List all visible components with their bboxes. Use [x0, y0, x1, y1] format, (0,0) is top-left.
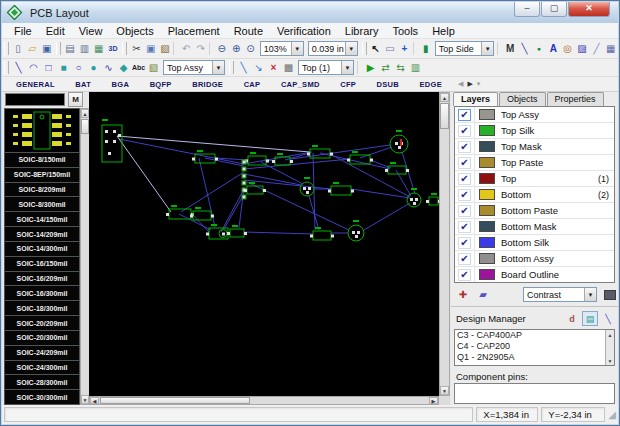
print-preview-icon[interactable]: ▥ [77, 41, 91, 57]
library-pattern-item[interactable]: SOIC-14/209mil [4, 226, 80, 242]
layer-visibility-checkbox[interactable]: ✔ [458, 237, 471, 249]
menu-file[interactable]: File [7, 25, 39, 37]
design-component-item[interactable]: C4 - CAP200 [455, 341, 614, 352]
minimize-button[interactable]: – [514, 2, 540, 17]
draw-text-icon[interactable]: Abc [131, 60, 146, 76]
scroll-right-icon[interactable]: ▶ [429, 397, 438, 404]
zoom-out-icon[interactable]: ⊖ [215, 41, 229, 57]
pattern-search-input[interactable] [5, 93, 65, 106]
place-via-icon[interactable]: ● [532, 41, 546, 57]
pattern-tab-dsub[interactable]: DSUB [377, 80, 399, 89]
scroll-up-icon[interactable]: ▲ [81, 109, 89, 118]
scrollbar-thumb[interactable] [81, 119, 89, 134]
layer-visibility-checkbox[interactable]: ✔ [458, 125, 471, 137]
layer-row[interactable]: ✔Top Paste [455, 155, 614, 171]
view-3d-icon[interactable]: 3D [106, 41, 120, 57]
copy-icon[interactable]: ▣ [144, 41, 158, 57]
pattern-tab-cap_smd[interactable]: CAP_SMD [281, 80, 320, 89]
scroll-down-icon[interactable]: ▼ [606, 356, 614, 365]
measure-icon[interactable]: ▭ [383, 41, 397, 57]
dropdown-arrow-icon[interactable]: ▼ [584, 288, 596, 301]
component-pins-list[interactable] [454, 383, 615, 404]
edit-layer-button[interactable]: ▰ [475, 287, 491, 302]
design-component-item[interactable]: C3 - CAP400AP [455, 330, 614, 341]
place-image-icon[interactable]: ▧ [146, 60, 161, 76]
layer-row[interactable]: ✔Bottom Paste [455, 203, 614, 219]
route-layer-select[interactable]: Top (1)▼ [298, 60, 354, 75]
pattern-tab-bat[interactable]: BAT [75, 80, 91, 89]
menu-placement[interactable]: Placement [161, 25, 227, 37]
add-layer-button[interactable]: ✚ [455, 287, 471, 302]
canvas-vertical-scrollbar[interactable]: ▲ ▼ [439, 92, 450, 396]
library-pattern-item[interactable]: SOIC-8EP/150mil [4, 167, 80, 183]
draw-line-icon[interactable]: ╲ [11, 60, 26, 76]
pattern-tab-cfp[interactable]: CFP [340, 80, 356, 89]
panel-tab-layers[interactable]: Layers [453, 92, 498, 106]
menu-verification[interactable]: Verification [270, 25, 338, 37]
layer-row[interactable]: ✔Bottom Assy [455, 251, 614, 267]
draw-polyline-icon[interactable]: ∿ [101, 60, 116, 76]
pattern-tab-bridge[interactable]: BRIDGE [192, 80, 223, 89]
pattern-tab-edge[interactable]: EDGE [420, 80, 442, 89]
scrollbar-thumb[interactable] [440, 103, 449, 129]
scrollbar-thumb[interactable] [100, 397, 250, 404]
hide-manager-button[interactable]: d [564, 311, 580, 326]
new-icon[interactable]: ▯ [11, 41, 25, 57]
origin-icon[interactable]: + [397, 41, 411, 57]
route-manual-icon[interactable]: ╲ [236, 60, 251, 76]
layer-row[interactable]: ✔Top Assy [455, 107, 614, 123]
draw-ellipse-icon[interactable]: ○ [71, 60, 86, 76]
pattern-tab-general[interactable]: GENERAL [16, 80, 55, 89]
pattern-find-button[interactable]: M [68, 92, 83, 107]
place-text-icon[interactable]: A [546, 41, 560, 57]
draw-layer-select[interactable]: Top Assy▼ [163, 60, 225, 75]
grid-size-select[interactable]: 0.039 in▼ [308, 41, 358, 56]
menu-help[interactable]: Help [425, 25, 462, 37]
cut-icon[interactable]: ✂ [129, 41, 143, 57]
canvas-horizontal-scrollbar[interactable]: ◀ ▶ [89, 396, 439, 405]
library-pattern-item[interactable]: SOIC-16/150mil [4, 256, 80, 272]
place-pad-icon[interactable]: ◎ [561, 41, 575, 57]
layer-color-swatch[interactable] [479, 253, 495, 264]
zoom-window-icon[interactable]: ⊕ [229, 41, 243, 57]
library-pattern-item[interactable]: SOIC-24/300mil [4, 360, 80, 376]
panel-tab-objects[interactable]: Objects [499, 92, 546, 106]
layer-row[interactable]: ✔Top Mask [455, 139, 614, 155]
layer-visibility-checkbox[interactable]: ✔ [458, 205, 471, 217]
draw-filled-rect-icon[interactable]: ■ [56, 60, 71, 76]
layer-row[interactable]: ✔Board Outline [455, 267, 614, 283]
menu-route[interactable]: Route [227, 25, 270, 37]
board-side-select[interactable]: Top Side▼ [435, 41, 494, 56]
layer-color-swatch[interactable] [479, 237, 495, 248]
scroll-down-icon[interactable]: ▼ [440, 386, 449, 395]
layer-color-swatch[interactable] [479, 109, 495, 120]
place-component-icon[interactable]: ▮ [418, 41, 432, 57]
pattern-tab-bga[interactable]: BGA [112, 80, 130, 89]
layer-color-swatch[interactable] [479, 173, 495, 184]
resize-grip[interactable]: ◢ [608, 409, 616, 420]
menu-edit[interactable]: Edit [39, 25, 72, 37]
save-icon[interactable]: ▣ [40, 41, 54, 57]
unroute-icon[interactable]: × [266, 60, 281, 76]
pointer-icon[interactable]: ↖ [369, 41, 383, 57]
pcb-canvas[interactable] [89, 92, 439, 396]
run-autorouter-icon[interactable]: ▶ [363, 60, 378, 76]
route-interactive-icon[interactable]: ↘ [251, 60, 266, 76]
library-pattern-item[interactable]: SOIC-28/300mil [4, 374, 80, 390]
zoom-level-select[interactable]: 103%▼ [260, 41, 304, 56]
library-pattern-item[interactable]: SOIC-16/209mil [4, 271, 80, 287]
layer-color-swatch[interactable] [479, 205, 495, 216]
title-bar[interactable]: PCB Layout – ▢ ✕ [2, 2, 618, 23]
ratline-icon[interactable]: ╱ [589, 41, 603, 57]
layer-visibility-checkbox[interactable]: ✔ [458, 269, 471, 281]
scroll-up-icon[interactable]: ▲ [440, 93, 449, 102]
library-pattern-item[interactable]: SOIC-8/300mil [4, 196, 80, 212]
components-view-button[interactable]: ▤ [582, 311, 598, 326]
titles-icon[interactable]: ▦ [92, 41, 106, 57]
layer-color-swatch[interactable] [479, 157, 495, 168]
contrast-select[interactable]: Contrast ▼ [523, 287, 597, 302]
maximize-button[interactable]: ▢ [541, 2, 567, 17]
layer-visibility-checkbox[interactable]: ✔ [458, 189, 471, 201]
net-manager-icon[interactable]: ▥ [408, 60, 423, 76]
scroll-up-icon[interactable]: ▲ [606, 330, 614, 339]
